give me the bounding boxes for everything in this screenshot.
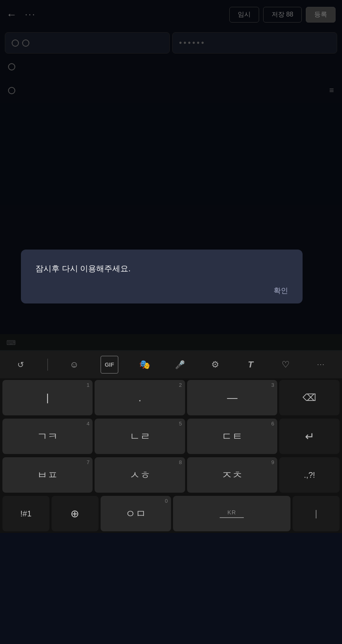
heart-button[interactable]: ♡ bbox=[277, 356, 295, 374]
mic-tool-button[interactable]: 🎤 bbox=[171, 356, 189, 374]
key-punctuation[interactable]: .,?! bbox=[279, 457, 340, 493]
keyboard-section: ↺ ☺ GIF 🎭 🎤 ⚙ T ♡ ··· 1 | 2 . 3 — ⌫ 4 ㄱㅋ bbox=[0, 351, 342, 533]
globe-key[interactable]: ⊕ bbox=[52, 496, 99, 531]
mic-bottom-key[interactable]: | bbox=[293, 496, 340, 531]
sticker-button[interactable]: 🎭 bbox=[136, 356, 154, 374]
dialog-confirm-button[interactable]: 확인 bbox=[35, 286, 288, 295]
keyboard-row-2: 4 ㄱㅋ 5 ㄴㄹ 6 ㄷㅌ ↵ bbox=[0, 417, 342, 456]
dialog-box: 잠시후 다시 이용해주세요. 확인 bbox=[21, 250, 303, 303]
backspace-key[interactable]: ⌫ bbox=[279, 380, 340, 415]
settings-button[interactable]: ⚙ bbox=[206, 356, 224, 374]
key-5-nieun[interactable]: 5 ㄴㄹ bbox=[95, 419, 185, 454]
toolbar-divider bbox=[47, 359, 48, 371]
keyboard-row-4: !#1 ⊕ 0 ㅇㅁ KR | bbox=[0, 494, 342, 533]
enter-key[interactable]: ↵ bbox=[279, 419, 340, 454]
key-7-bieup[interactable]: 7 ㅂㅍ bbox=[2, 457, 93, 493]
space-key[interactable]: KR bbox=[173, 496, 290, 531]
keyboard-row-3: 7 ㅂㅍ 8 ㅅㅎ 9 ㅈㅊ .,?! bbox=[0, 456, 342, 494]
key-6-digeut[interactable]: 6 ㄷㅌ bbox=[187, 419, 277, 454]
keyboard-row-1: 1 | 2 . 3 — ⌫ bbox=[0, 378, 342, 417]
globe-icon: ⊕ bbox=[70, 508, 79, 520]
rotate-icon[interactable]: ↺ bbox=[12, 356, 30, 374]
dialog-message: 잠시후 다시 이용해주세요. bbox=[35, 262, 288, 275]
key-1-pipe[interactable]: 1 | bbox=[2, 380, 93, 415]
key-9-jieut[interactable]: 9 ㅈㅊ bbox=[187, 457, 277, 493]
symbol-key[interactable]: !#1 bbox=[2, 496, 49, 531]
key-3-dash[interactable]: 3 — bbox=[187, 380, 277, 415]
key-2-dot[interactable]: 2 . bbox=[95, 380, 185, 415]
mic-bottom-icon: | bbox=[315, 508, 317, 519]
emoji-button[interactable]: ☺ bbox=[65, 356, 83, 374]
gif-button[interactable]: GIF bbox=[101, 356, 118, 374]
key-8-siot[interactable]: 8 ㅅㅎ bbox=[95, 457, 185, 493]
space-bar-underline bbox=[220, 517, 244, 518]
key-0-vowel[interactable]: 0 ㅇㅁ bbox=[101, 496, 171, 531]
more-tool-button[interactable]: ··· bbox=[312, 356, 330, 374]
keyboard-toolbar: ↺ ☺ GIF 🎭 🎤 ⚙ T ♡ ··· bbox=[0, 351, 342, 378]
space-bar-label: KR bbox=[227, 509, 236, 516]
font-button[interactable]: T bbox=[242, 356, 260, 374]
key-4-gieok[interactable]: 4 ㄱㅋ bbox=[2, 419, 93, 454]
